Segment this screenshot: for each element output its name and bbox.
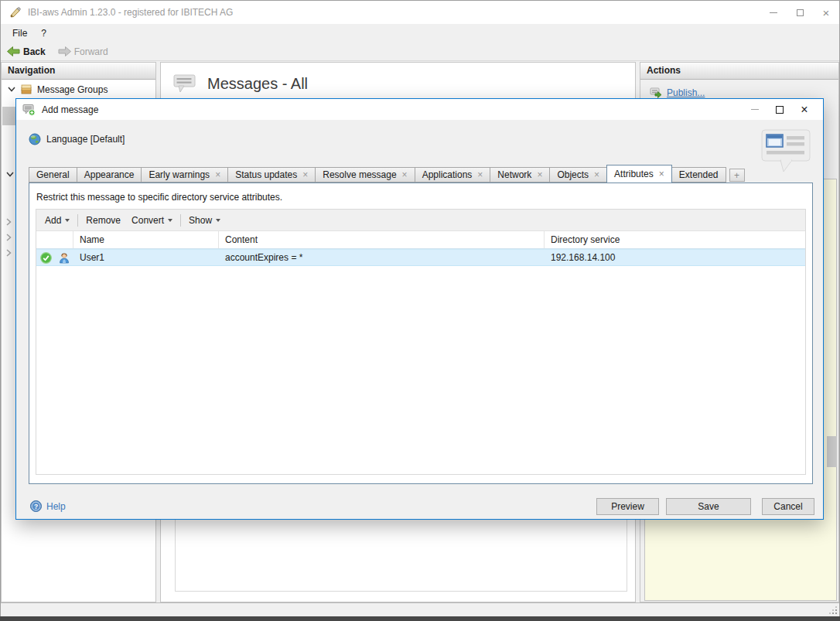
main-titlebar: IBI-aws Admin 1.23.0 - registered for IB… xyxy=(1,1,839,24)
help-link[interactable]: Help xyxy=(46,501,66,512)
navigation-header: Navigation xyxy=(2,63,155,80)
tab-network[interactable]: Network× xyxy=(490,167,550,183)
toolbar-separator xyxy=(77,214,78,227)
globe-icon xyxy=(29,133,41,145)
dialog-maximize-button[interactable] xyxy=(767,99,792,120)
publish-icon xyxy=(650,87,662,98)
chevron-down-icon[interactable] xyxy=(6,172,14,177)
convert-button[interactable]: Convert xyxy=(126,212,178,229)
dialog-minimize-button[interactable] xyxy=(743,99,767,120)
tab-close-icon[interactable]: × xyxy=(477,171,483,179)
tab-close-icon[interactable]: × xyxy=(215,171,220,179)
save-button[interactable]: Save xyxy=(666,498,751,515)
add-button[interactable]: Add xyxy=(39,212,75,229)
language-selector[interactable]: Language [Default] xyxy=(29,133,125,145)
add-message-icon xyxy=(22,104,36,116)
tab-status-updates[interactable]: Status updates× xyxy=(227,167,316,183)
dialog-close-button[interactable]: × xyxy=(792,99,817,120)
tree-item-label: Message Groups xyxy=(37,84,108,95)
dropdown-caret-icon xyxy=(216,219,220,222)
tab-attributes[interactable]: Attributes× xyxy=(606,165,672,183)
dialog-titlebar: Add message × xyxy=(16,99,823,120)
back-button[interactable]: Back xyxy=(1,43,52,60)
back-arrow-icon xyxy=(7,46,20,56)
chevron-right-icon[interactable] xyxy=(6,234,12,241)
svg-text:?: ? xyxy=(34,503,38,510)
toolbar-separator xyxy=(180,214,181,227)
tab-resolve-message[interactable]: Resolve message× xyxy=(315,167,415,183)
chevron-right-icon[interactable] xyxy=(6,218,12,226)
cancel-button[interactable]: Cancel xyxy=(762,498,814,515)
message-groups-icon xyxy=(20,84,32,95)
forward-button[interactable]: Forward xyxy=(52,43,114,60)
tab-close-icon[interactable]: × xyxy=(659,170,664,178)
window-bottom-edge xyxy=(0,616,840,621)
preview-button[interactable]: Preview xyxy=(596,498,659,515)
tab-close-icon[interactable]: × xyxy=(537,171,542,179)
add-tab-button[interactable]: + xyxy=(729,169,745,182)
column-content[interactable]: Content xyxy=(219,231,545,248)
user-icon xyxy=(59,252,70,264)
menubar: File ? xyxy=(1,24,839,43)
dropdown-caret-icon xyxy=(65,219,70,222)
remove-button[interactable]: Remove xyxy=(80,212,126,229)
status-bar xyxy=(1,602,839,616)
table-row[interactable]: User1 accountExpires = * 192.168.14.100 xyxy=(36,249,805,266)
menu-file[interactable]: File xyxy=(5,26,34,41)
attributes-tab-panel: Restrict this message to specific direct… xyxy=(29,183,813,484)
tab-objects[interactable]: Objects× xyxy=(549,167,607,183)
maximize-button[interactable] xyxy=(787,1,813,24)
tab-extended[interactable]: Extended xyxy=(671,167,726,183)
menu-help[interactable]: ? xyxy=(34,26,53,41)
add-message-dialog: Add message × Language [Default] xyxy=(15,98,824,520)
column-type[interactable] xyxy=(55,231,73,248)
tab-appearance[interactable]: Appearance xyxy=(77,167,142,183)
help-action[interactable]: ? Help xyxy=(30,500,66,512)
message-bubble-art xyxy=(760,128,813,173)
row-content: accountExpires = * xyxy=(219,252,545,263)
resize-grip-icon[interactable] xyxy=(835,612,837,614)
close-button[interactable]: × xyxy=(813,1,839,24)
row-name: User1 xyxy=(73,252,219,263)
dialog-title: Add message xyxy=(42,104,98,115)
language-label: Language [Default] xyxy=(46,134,125,145)
row-directory-service: 192.168.14.100 xyxy=(545,252,805,263)
status-ok-icon xyxy=(40,252,52,264)
grid-header: Name Content Directory service xyxy=(36,231,805,249)
tab-close-icon[interactable]: × xyxy=(402,171,408,179)
messages-icon xyxy=(173,73,196,94)
navigation-toolbar: Back Forward xyxy=(1,43,839,61)
grid-toolbar: Add Remove Convert Show xyxy=(36,210,805,231)
app-icon xyxy=(9,6,22,19)
attributes-grid: Add Remove Convert Show xyxy=(36,209,806,475)
column-name[interactable]: Name xyxy=(73,231,219,248)
publish-action[interactable]: Publish... xyxy=(640,80,838,98)
publish-link[interactable]: Publish... xyxy=(667,87,705,98)
tab-close-icon[interactable]: × xyxy=(302,171,308,179)
app-window: IBI-aws Admin 1.23.0 - registered for IB… xyxy=(0,0,840,621)
actions-header: Actions xyxy=(640,63,838,80)
chevron-down-icon[interactable] xyxy=(8,87,15,92)
column-directory-service[interactable]: Directory service xyxy=(545,231,805,248)
dialog-tabstrip: General Appearance Early warnings× Statu… xyxy=(29,165,745,183)
column-status[interactable] xyxy=(36,231,55,248)
help-icon: ? xyxy=(30,500,42,512)
tab-description: Restrict this message to specific direct… xyxy=(36,192,282,203)
tab-early-warnings[interactable]: Early warnings× xyxy=(141,167,228,183)
tab-applications[interactable]: Applications× xyxy=(415,167,491,183)
chevron-right-icon[interactable] xyxy=(6,249,12,257)
forward-arrow-icon xyxy=(58,46,71,56)
tree-item-message-groups[interactable]: Message Groups xyxy=(2,80,155,99)
scrollbar-thumb[interactable] xyxy=(827,436,837,467)
window-title: IBI-aws Admin 1.23.0 - registered for IB… xyxy=(28,7,233,18)
tab-general[interactable]: General xyxy=(29,167,77,183)
minimize-button[interactable] xyxy=(760,1,787,24)
dropdown-caret-icon xyxy=(168,219,172,222)
tab-close-icon[interactable]: × xyxy=(594,171,599,179)
show-button[interactable]: Show xyxy=(183,212,226,229)
page-title: Messages - All xyxy=(207,75,308,93)
